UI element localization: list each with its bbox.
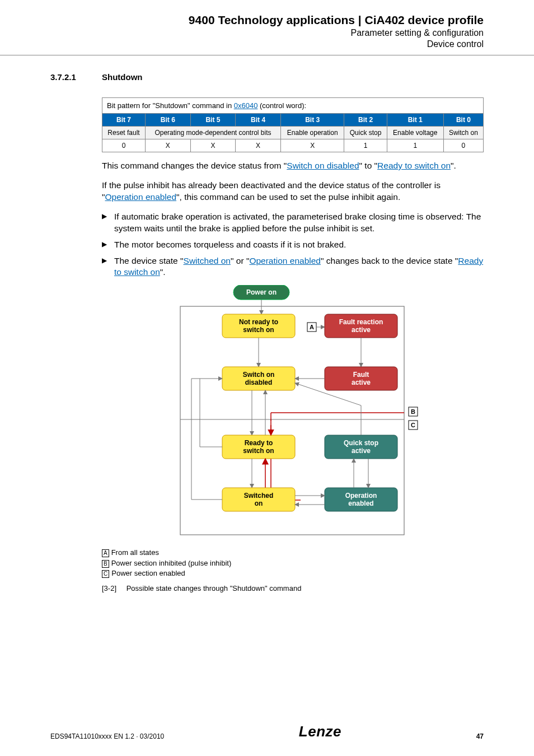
label-bit3: Enable operation xyxy=(280,127,344,139)
bullet-3: The device state "Switched on" or "Opera… xyxy=(102,255,484,279)
diagram-legend: AFrom all states BPower section inhibite… xyxy=(102,548,484,578)
legend-a: From all states xyxy=(111,548,159,557)
bullet-1: If automatic brake operation is activate… xyxy=(102,211,484,235)
svg-text:B: B xyxy=(411,408,415,415)
figure-text: Possible state changes through "Shutdown… xyxy=(127,584,302,592)
header-sub1: Parameter setting & configuration xyxy=(50,28,484,38)
val-bit2: 1 xyxy=(344,139,387,152)
svg-text:active: active xyxy=(352,379,371,386)
val-bit3: X xyxy=(280,139,344,152)
legend-b: Power section inhibited (pulse inhibit) xyxy=(111,559,232,567)
svg-text:Switch on: Switch on xyxy=(243,371,275,379)
th-bit3: Bit 3 xyxy=(280,114,344,127)
svg-text:Operation: Operation xyxy=(345,492,377,500)
link-switch-on-disabled[interactable]: Switch on disabled xyxy=(287,161,359,170)
svg-text:enabled: enabled xyxy=(348,500,373,507)
val-bit7: 0 xyxy=(102,139,146,152)
svg-text:Quick stop: Quick stop xyxy=(344,439,378,447)
svg-text:Switched: Switched xyxy=(244,492,274,500)
svg-text:switch on: switch on xyxy=(243,447,274,455)
svg-text:Ready to: Ready to xyxy=(245,439,273,447)
page-header: 9400 Technology applications | CiA402 de… xyxy=(0,0,534,55)
table-caption: Bit pattern for "Shutdown" command in 0x… xyxy=(102,97,484,113)
bullet-list: If automatic brake operation is activate… xyxy=(102,211,484,279)
link-operation-enabled-2[interactable]: Operation enabled xyxy=(249,256,321,265)
label-bit0: Switch on xyxy=(443,127,483,139)
content-area: 3.7.2.1 Shutdown Bit pattern for "Shutdo… xyxy=(0,55,534,592)
val-bit6: X xyxy=(146,139,191,152)
svg-text:disabled: disabled xyxy=(245,379,273,386)
paragraph-2: If the pulse inhibit has already been de… xyxy=(102,180,484,203)
bit-pattern-table: Bit 7 Bit 6 Bit 5 Bit 4 Bit 3 Bit 2 Bit … xyxy=(102,113,484,152)
val-bit0: 0 xyxy=(443,139,483,152)
figure-caption: [3-2] Possible state changes through "Sh… xyxy=(102,584,484,592)
th-bit4: Bit 4 xyxy=(236,114,281,127)
th-bit0: Bit 0 xyxy=(443,114,483,127)
legend-c: Power section enabled xyxy=(111,569,185,577)
svg-text:A: A xyxy=(310,324,314,330)
header-title: 9400 Technology applications | CiA402 de… xyxy=(50,13,484,27)
th-bit1: Bit 1 xyxy=(387,114,443,127)
label-bit7: Reset fault xyxy=(102,127,146,139)
th-bit5: Bit 5 xyxy=(190,114,236,127)
header-sub2: Device control xyxy=(50,39,484,49)
link-operation-enabled[interactable]: Operation enabled xyxy=(105,192,177,202)
link-switched-on[interactable]: Switched on xyxy=(184,256,231,265)
footer-docid: EDS94TA11010xxxx EN 1.2 · 03/2010 xyxy=(50,732,164,740)
state-diagram-svg: Power on Not ready to switch on A Fault … xyxy=(102,285,483,543)
th-bit6: Bit 6 xyxy=(146,114,191,127)
svg-text:switch on: switch on xyxy=(243,326,274,334)
section-title: Shutdown xyxy=(102,72,142,82)
section-number: 3.7.2.1 xyxy=(50,72,86,82)
state-diagram: Power on Not ready to switch on A Fault … xyxy=(102,285,484,578)
svg-text:Fault reaction: Fault reaction xyxy=(339,318,383,326)
label-bit2: Quick stop xyxy=(344,127,387,139)
svg-text:C: C xyxy=(411,422,415,428)
label-bit654: Operating mode-dependent control bits xyxy=(146,127,281,139)
section-body: Bit pattern for "Shutdown" command in 0x… xyxy=(102,97,484,592)
val-bit5: X xyxy=(190,139,236,152)
th-bit2: Bit 2 xyxy=(344,114,387,127)
svg-text:Not ready to: Not ready to xyxy=(239,318,278,326)
link-ready-to-switch-on[interactable]: Ready to switch on xyxy=(377,161,451,170)
section-heading: 3.7.2.1 Shutdown xyxy=(50,72,484,82)
val-bit1: 1 xyxy=(387,139,443,152)
footer-logo: Lenze xyxy=(299,723,341,740)
footer-page: 47 xyxy=(476,732,484,740)
svg-text:on: on xyxy=(255,500,263,507)
figure-number: [3-2] xyxy=(102,584,116,592)
th-bit7: Bit 7 xyxy=(102,114,146,127)
val-bit4: X xyxy=(236,139,281,152)
label-bit1: Enable voltage xyxy=(387,127,443,139)
svg-text:Fault: Fault xyxy=(353,371,369,379)
bullet-2: The motor becomes torqueless and coasts … xyxy=(102,239,484,251)
paragraph-1: This command changes the device status f… xyxy=(102,160,484,172)
svg-text:active: active xyxy=(352,326,371,334)
page-footer: EDS94TA11010xxxx EN 1.2 · 03/2010 Lenze … xyxy=(50,723,484,740)
link-0x6040[interactable]: 0x6040 xyxy=(234,101,258,110)
node-power-on: Power on xyxy=(246,288,277,296)
svg-text:active: active xyxy=(352,447,371,455)
